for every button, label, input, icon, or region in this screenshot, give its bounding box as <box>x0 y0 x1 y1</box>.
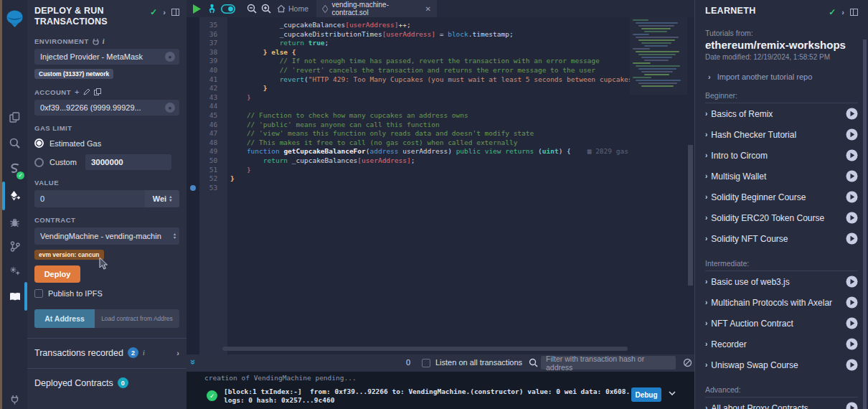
glyph-cell[interactable] <box>187 48 199 57</box>
tutorial-item[interactable]: ›NFT Auction Contract <box>705 313 858 334</box>
at-address-button[interactable]: At Address <box>34 309 95 328</box>
vertical-scrollbar[interactable] <box>688 145 693 286</box>
code-line[interactable]: 46 // 'public' means anyone can call thi… <box>187 121 694 130</box>
code-line[interactable]: 43 } <box>187 93 694 103</box>
copy-icon[interactable] <box>94 88 101 95</box>
listen-all-checkbox[interactable] <box>422 359 430 367</box>
sidebar-debug-icon[interactable] <box>2 210 27 234</box>
estimated-gas-option[interactable]: Estimated Gas <box>34 138 179 148</box>
import-tutorial-link[interactable]: › Import another tutorial repo <box>705 72 858 81</box>
info-icon[interactable]: i <box>103 37 105 45</box>
play-icon[interactable] <box>846 212 858 224</box>
glyph-cell[interactable] <box>187 111 199 121</box>
glyph-cell[interactable] <box>187 66 199 75</box>
account-copy-icon[interactable]: ● <box>165 103 175 113</box>
sidebar-plug-icon[interactable] <box>2 387 27 409</box>
glyph-cell[interactable] <box>187 174 199 184</box>
code-line[interactable]: 40 // 'revert' cancels the transaction a… <box>187 66 694 75</box>
custom-gas-input[interactable]: 3000000 <box>85 154 171 170</box>
transactions-recorded-row[interactable]: Transactions recorded 2 i › <box>34 347 179 358</box>
value-input[interactable]: 0 <box>34 190 145 207</box>
tutorial-item[interactable]: ›Multisig Wallet <box>705 166 858 187</box>
panel-layout-icon[interactable] <box>171 9 179 16</box>
sidebar-files-icon[interactable] <box>2 105 27 129</box>
play-icon[interactable] <box>846 276 858 288</box>
glyph-cell[interactable] <box>187 39 199 48</box>
glyph-cell[interactable] <box>187 93 199 103</box>
expand-icon[interactable]: › <box>705 131 707 138</box>
custom-gas-option[interactable]: Custom 3000000 <box>34 154 179 170</box>
publish-ipfs-row[interactable]: Publish to IPFS <box>34 289 179 298</box>
expand-icon[interactable]: › <box>705 361 707 369</box>
tx-log-line1[interactable]: [block:1 txIndex:-] from: 0xf39...92266 … <box>224 387 659 395</box>
code-line[interactable]: 41 revert("HTTP 429: Too Many Cupcakes (… <box>187 75 694 85</box>
tutorial-item[interactable]: ›Solidity NFT Course <box>705 228 858 249</box>
sidebar-plugin-icon[interactable] <box>2 234 27 258</box>
tutorial-item[interactable]: ›Basics of Remix <box>705 103 858 124</box>
toggle-icon[interactable] <box>221 3 235 14</box>
tutorial-item[interactable]: ›Intro to Circom <box>705 145 858 166</box>
contract-select[interactable]: VendingMachine - vending-machin ▴▾ <box>34 227 179 245</box>
expand-icon[interactable]: › <box>705 404 707 409</box>
tutorial-item[interactable]: ›Solidity ERC20 Token Course <box>705 207 858 228</box>
play-icon[interactable] <box>846 232 858 245</box>
glyph-cell[interactable] <box>187 166 199 175</box>
custom-gas-radio[interactable] <box>34 158 44 167</box>
code-line[interactable]: 42 } <box>187 84 694 93</box>
expand-icon[interactable]: › <box>705 340 707 348</box>
tutorial-item[interactable]: ›Basic use of web3.js <box>705 271 858 292</box>
sidebar-deploy-icon[interactable] <box>2 184 27 208</box>
expand-icon[interactable]: › <box>705 319 707 327</box>
code-line[interactable]: 47 // 'view' means this function only re… <box>187 129 694 138</box>
at-address-input[interactable]: Load contract from Addres <box>95 309 179 328</box>
code-line[interactable]: 52} <box>187 174 694 184</box>
add-account-icon[interactable]: + <box>75 88 80 96</box>
edit-icon[interactable] <box>83 88 90 95</box>
play-icon[interactable] <box>846 108 858 120</box>
walkthrough-icon[interactable] <box>207 3 217 14</box>
value-unit-select[interactable]: Wei ▴▾ <box>145 190 179 207</box>
play-icon[interactable] <box>846 317 858 329</box>
expand-icon[interactable]: › <box>705 298 707 306</box>
plug-icon[interactable] <box>93 38 99 45</box>
environment-select[interactable]: Injected Provider - MetaMask ● <box>34 49 179 65</box>
info-icon[interactable]: i <box>143 349 145 357</box>
chevron-right-icon[interactable]: › <box>176 349 179 357</box>
clear-console-icon[interactable] <box>683 358 692 367</box>
glyph-cell[interactable] <box>187 138 199 148</box>
code-line[interactable]: 35 _cupcakeBalances[userAddress]++; <box>187 21 694 30</box>
play-icon[interactable] <box>846 359 858 371</box>
tutorial-item[interactable]: ›Recorder <box>705 334 858 354</box>
play-icon[interactable] <box>846 170 858 182</box>
run-script-button[interactable] <box>192 3 201 14</box>
expand-terminal-icon[interactable]: » <box>188 359 199 365</box>
debug-button[interactable]: Debug <box>631 387 661 402</box>
glyph-cell[interactable] <box>187 156 199 166</box>
expand-tx-icon[interactable] <box>669 391 676 395</box>
expand-icon[interactable]: › <box>705 172 707 180</box>
glyph-cell[interactable] <box>187 75 199 85</box>
panel-layout-icon[interactable] <box>850 9 858 16</box>
code-line[interactable]: 48 // This makes it free to call (no gas… <box>187 138 694 148</box>
deploy-button[interactable]: Deploy <box>34 265 80 283</box>
code-line[interactable]: 53 <box>187 184 694 193</box>
panel-collapse-icon[interactable]: › <box>163 8 166 17</box>
code-line[interactable]: 51 } <box>187 166 694 175</box>
glyph-cell[interactable] <box>187 57 199 66</box>
terminal-output[interactable]: creation of VendingMachine pending... ✓ … <box>187 372 694 409</box>
glyph-cell[interactable] <box>187 129 199 138</box>
code-line[interactable]: 36 _cupcakeDistributionTimes[userAddress… <box>187 30 694 39</box>
tutorial-item[interactable]: ›Hash Checker Tutorial <box>705 124 858 145</box>
tutorial-item[interactable]: ›All about Proxy Contracts <box>705 398 858 409</box>
zoom-out-icon[interactable] <box>247 3 257 14</box>
deployed-contracts-row[interactable]: Deployed Contracts 0 <box>34 377 179 388</box>
code-line[interactable]: 44 <box>187 102 694 111</box>
glyph-cell[interactable] <box>187 21 199 30</box>
breakpoint-dot[interactable] <box>187 184 199 193</box>
home-button[interactable]: Home <box>277 3 308 14</box>
code-line[interactable]: 50 return _cupcakeBalances[userAddress]; <box>187 156 694 166</box>
code-line[interactable]: 38 } else { <box>187 48 694 57</box>
account-select[interactable]: 0xf39...92266 (9999.99929... ● <box>34 100 179 116</box>
code-editor[interactable]: 35 _cupcakeBalances[userAddress]++;36 _c… <box>187 17 694 354</box>
expand-icon[interactable]: › <box>705 214 707 222</box>
